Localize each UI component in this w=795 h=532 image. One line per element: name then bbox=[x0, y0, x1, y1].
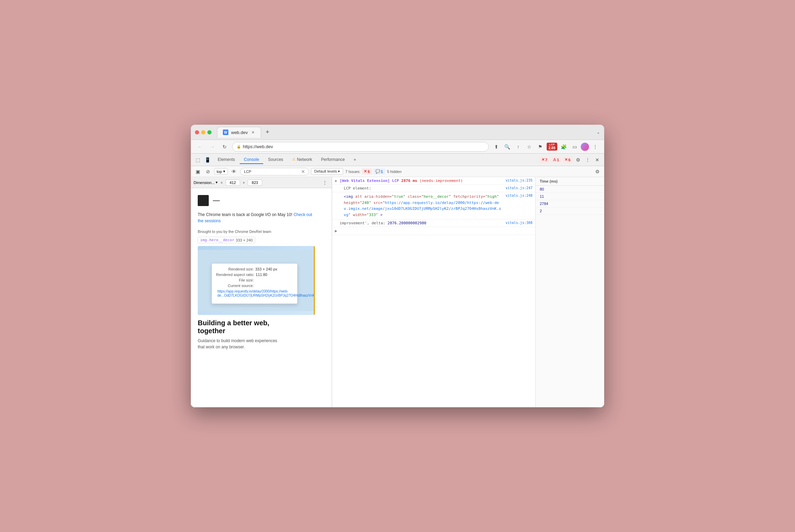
tooltip-aspect-ratio-row: Rendered aspect ratio: 111:80 bbox=[216, 273, 315, 277]
lcp-label: LCP bbox=[549, 143, 555, 146]
delta-value: 2876.200000002980 bbox=[388, 221, 426, 225]
img-size-text: 333 × 240 bbox=[236, 238, 252, 242]
issues-error-badge: ✕ 6 bbox=[362, 168, 372, 174]
address-bar[interactable]: 🔒 https://web.dev bbox=[232, 142, 489, 152]
time-row-3[interactable]: 2784 bbox=[536, 200, 604, 207]
tab-elements[interactable]: Elements bbox=[214, 156, 239, 164]
upload-button[interactable]: ⬆ bbox=[492, 142, 501, 152]
logo-box bbox=[198, 195, 209, 206]
browser-tab[interactable]: W web.dev ✕ bbox=[217, 127, 261, 138]
tab-network[interactable]: ⚠ Network bbox=[288, 156, 316, 164]
source-link[interactable]: https://app.requestly.io/delay/2000/http… bbox=[217, 289, 315, 297]
devtools-tab-bar: ⬚ 📱 Elements Console Sources ⚠ Network bbox=[191, 154, 604, 166]
logo-dash bbox=[213, 200, 220, 201]
inspect-element-button[interactable]: ⬚ bbox=[194, 156, 202, 164]
hero-image: ✓ ✓ bbox=[198, 246, 315, 315]
expand-icon[interactable]: ▼ bbox=[335, 179, 337, 183]
tab-title: web.dev bbox=[231, 130, 248, 135]
time-row-4[interactable]: 2 bbox=[536, 207, 604, 215]
tab-sources[interactable]: Sources bbox=[264, 156, 287, 164]
height-input[interactable] bbox=[248, 180, 262, 186]
width-input[interactable] bbox=[226, 180, 240, 186]
refresh-button[interactable]: ↻ bbox=[220, 142, 229, 152]
log-content-img-tag: <img alt aria-hidden="true" class="hero_… bbox=[344, 194, 503, 218]
log-source-235[interactable]: vitals.js:235 bbox=[506, 178, 533, 182]
filter-clear-button[interactable]: ✕ bbox=[301, 169, 305, 174]
bookmark-button[interactable]: ☆ bbox=[525, 142, 534, 152]
tab-more[interactable]: » bbox=[350, 156, 360, 164]
issues-count: 7 Issues: ✕ 6 💬 1 bbox=[345, 168, 385, 174]
devtools-toolbar-left: ⬚ 📱 bbox=[194, 156, 211, 164]
lcp-needs-improvement: (needs-improvement) bbox=[420, 178, 463, 183]
img-tag-label: img.hero__decor 333 × 240 bbox=[198, 236, 315, 246]
new-tab-button[interactable]: + bbox=[262, 127, 272, 137]
share-button[interactable]: ↑ bbox=[514, 142, 523, 152]
tooltip-file-size-row: File size: bbox=[216, 278, 315, 282]
console-sidebar-button[interactable]: ▣ bbox=[194, 167, 202, 176]
tab-performance[interactable]: Performance bbox=[317, 156, 349, 164]
more-button[interactable]: ⋮ bbox=[590, 142, 600, 152]
device-frame: Dimension... ▾ × × ⋮ bbox=[191, 177, 332, 407]
maximize-button[interactable] bbox=[207, 130, 211, 134]
attr-alt: alt bbox=[355, 194, 364, 199]
tab-close-button[interactable]: ✕ bbox=[250, 130, 255, 135]
dimension-selector[interactable]: Dimension... ▾ bbox=[194, 180, 218, 185]
lcp-ms-value: 2876 ms bbox=[401, 178, 420, 183]
brought-by-text: Brought to you by the Chrome DevRel team bbox=[198, 229, 315, 234]
log-source-248[interactable]: vitals.js:248 bbox=[506, 194, 533, 197]
attr-src: src= bbox=[373, 201, 383, 205]
console-eye-button[interactable]: 👁 bbox=[230, 167, 238, 176]
log-prefix: [Web Vitals Extension] LCP 2876 ms (need… bbox=[340, 178, 463, 183]
time-row-2[interactable]: 11 bbox=[536, 193, 604, 200]
time-row-1[interactable]: 80 bbox=[536, 186, 604, 193]
flag-button[interactable]: ⚑ bbox=[536, 142, 545, 152]
source-label: Current source: bbox=[216, 284, 254, 288]
devtools-more-button[interactable]: ⋮ bbox=[584, 156, 592, 164]
forward-button[interactable]: → bbox=[207, 142, 217, 152]
minimize-button[interactable] bbox=[201, 130, 205, 134]
log-entry-lcp-element: ▶ LCP element: vitals.js:247 bbox=[332, 185, 535, 192]
console-settings-button[interactable]: ⚙ bbox=[593, 167, 601, 176]
log-source-308[interactable]: vitals.js:308 bbox=[506, 221, 533, 225]
aspect-ratio-value: 111:80 bbox=[256, 273, 267, 277]
traffic-lights bbox=[195, 130, 211, 134]
back-button[interactable]: ← bbox=[195, 142, 205, 152]
console-stop-button[interactable]: ⊘ bbox=[204, 167, 212, 176]
close-button[interactable] bbox=[195, 130, 199, 134]
tab-chevron-button[interactable]: ⌄ bbox=[597, 130, 600, 135]
log-source-247[interactable]: vitals.js:247 bbox=[506, 186, 533, 190]
console-filter[interactable]: LCP ✕ bbox=[240, 168, 309, 175]
attr-aria-hidden: aria-hidden= bbox=[364, 194, 392, 199]
img-class-text: img.hero__decor bbox=[200, 238, 234, 242]
main-content: Dimension... ▾ × × ⋮ bbox=[191, 177, 604, 407]
attr-class: class= bbox=[408, 194, 422, 199]
aspect-ratio-label: Rendered aspect ratio: bbox=[216, 273, 254, 277]
extensions-button[interactable]: 🧩 bbox=[559, 142, 568, 152]
sidebar-button[interactable]: ▭ bbox=[570, 142, 579, 152]
attr-height: height= bbox=[344, 201, 360, 205]
tooltip-source-row: Current source: bbox=[216, 284, 315, 288]
levels-button[interactable]: Default levels ▾ bbox=[311, 168, 343, 175]
search-button[interactable]: 🔍 bbox=[503, 142, 512, 152]
page-subtitle: Guidance to build modern web experiences… bbox=[198, 338, 315, 350]
top-dropdown[interactable]: top ▾ bbox=[214, 168, 228, 175]
log-content-lcp: [Web Vitals Extension] LCP 2876 ms (need… bbox=[340, 178, 503, 183]
time-header: Time (ms) bbox=[536, 177, 604, 186]
log-entry-expand: ▶ bbox=[332, 227, 535, 235]
console-log: ▼ [Web Vitals Extension] LCP 2876 ms (ne… bbox=[332, 177, 535, 407]
page-preview: The Chrome team is back at Google I/O on… bbox=[191, 188, 322, 357]
devtools-close-button[interactable]: ✕ bbox=[593, 156, 601, 164]
top-label: top bbox=[217, 170, 222, 174]
lock-icon: 🔒 bbox=[237, 145, 241, 149]
image-tooltip: Rendered size: 333 × 240 px Rendered asp… bbox=[211, 263, 298, 304]
devtools-settings-button[interactable]: ⚙ bbox=[574, 156, 582, 164]
tab-console[interactable]: Console bbox=[240, 156, 263, 164]
attr-fetchpriority: fetchpriority= bbox=[453, 194, 485, 199]
device-toggle-button[interactable]: 📱 bbox=[203, 156, 211, 164]
info-icon: ✕ bbox=[565, 157, 568, 162]
title-bar: W web.dev ✕ + ⌄ bbox=[191, 125, 604, 140]
warning-icon: ⚠ bbox=[553, 157, 556, 162]
avatar[interactable] bbox=[581, 143, 589, 151]
expand-arrow[interactable]: ▶ bbox=[335, 228, 337, 233]
device-more-button[interactable]: ⋮ bbox=[321, 178, 329, 187]
